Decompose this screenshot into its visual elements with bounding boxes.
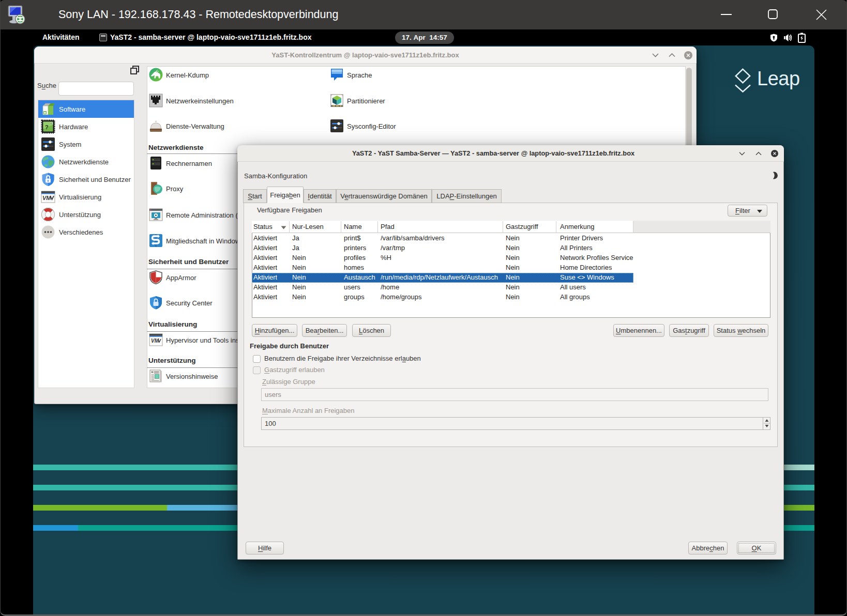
svg-text:VM: VM (42, 195, 51, 201)
svg-text:VM: VM (151, 338, 159, 344)
svg-text:?: ? (45, 124, 49, 130)
